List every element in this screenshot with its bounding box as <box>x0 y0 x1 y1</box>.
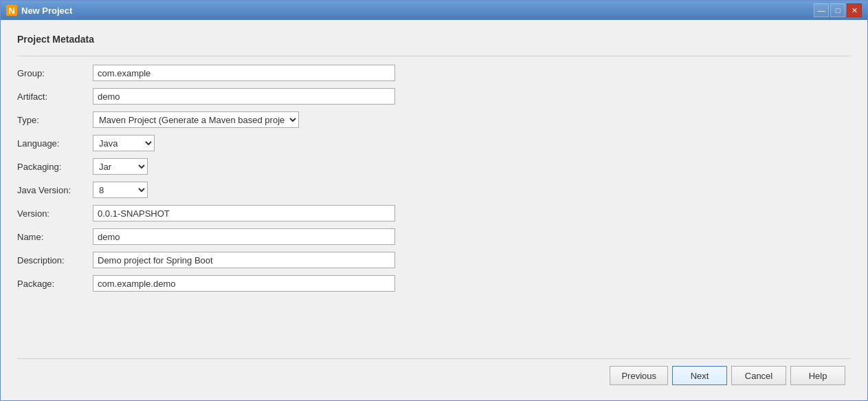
version-label: Version: <box>17 208 93 219</box>
artifact-input[interactable] <box>93 88 395 105</box>
type-select[interactable]: Maven Project (Generate a Maven based pr… <box>93 111 299 128</box>
package-input[interactable] <box>93 275 395 292</box>
package-row: Package: <box>17 275 851 292</box>
artifact-label: Artifact: <box>17 91 93 102</box>
version-row: Version: <box>17 205 851 221</box>
packaging-label: Packaging: <box>17 162 93 172</box>
next-button[interactable]: Next <box>672 366 727 385</box>
group-input[interactable] <box>93 65 395 81</box>
packaging-row: Packaging: Jar War <box>17 158 851 175</box>
previous-button[interactable]: Previous <box>610 366 668 385</box>
title-bar: N New Project — □ ✕ <box>1 1 867 20</box>
title-bar-controls: — □ ✕ <box>814 3 862 17</box>
language-row: Language: Java Kotlin Groovy <box>17 135 851 151</box>
type-label: Type: <box>17 115 93 125</box>
form-area: Group: Artifact: Type: Maven Project (Ge… <box>17 65 851 353</box>
dialog-footer: Previous Next Cancel Help <box>17 358 851 393</box>
new-project-window: N New Project — □ ✕ Project Metadata Gro… <box>0 0 868 401</box>
close-button[interactable]: ✕ <box>847 3 862 17</box>
artifact-row: Artifact: <box>17 88 851 105</box>
type-row: Type: Maven Project (Generate a Maven ba… <box>17 111 851 128</box>
section-title: Project Metadata <box>17 34 851 45</box>
packaging-select[interactable]: Jar War <box>93 158 148 175</box>
package-label: Package: <box>17 279 93 289</box>
description-row: Description: <box>17 252 851 268</box>
group-row: Group: <box>17 65 851 81</box>
minimize-button[interactable]: — <box>814 3 829 17</box>
name-row: Name: <box>17 228 851 245</box>
name-input[interactable] <box>93 228 395 245</box>
description-input[interactable] <box>93 252 395 268</box>
divider <box>17 56 851 56</box>
java-version-row: Java Version: 8 11 17 <box>17 182 851 198</box>
java-version-select[interactable]: 8 11 17 <box>93 182 148 198</box>
cancel-button[interactable]: Cancel <box>731 366 786 385</box>
java-version-label: Java Version: <box>17 185 93 195</box>
language-select[interactable]: Java Kotlin Groovy <box>93 135 155 151</box>
window-title: New Project <box>21 6 814 16</box>
group-label: Group: <box>17 68 93 78</box>
language-label: Language: <box>17 138 93 149</box>
version-input[interactable] <box>93 205 395 221</box>
help-button[interactable]: Help <box>790 366 845 385</box>
dialog-content: Project Metadata Group: Artifact: Type: … <box>1 20 867 400</box>
description-label: Description: <box>17 255 93 265</box>
maximize-button[interactable]: □ <box>830 3 845 17</box>
name-label: Name: <box>17 232 93 242</box>
window-icon: N <box>6 5 17 16</box>
